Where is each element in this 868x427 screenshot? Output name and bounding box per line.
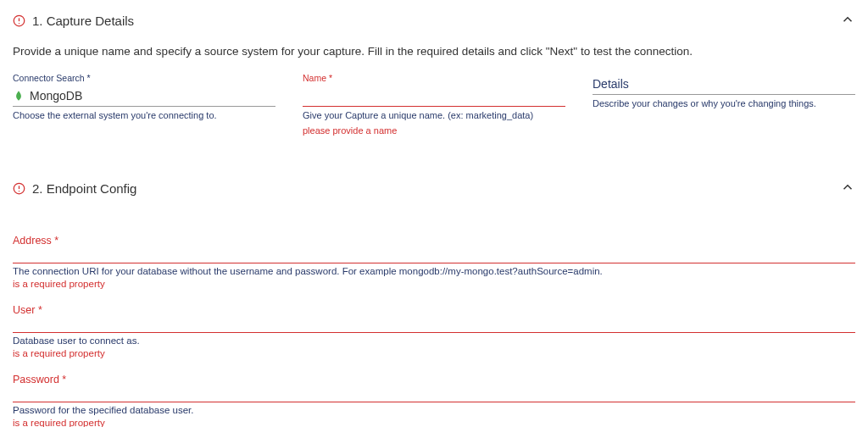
mongodb-icon	[13, 90, 25, 102]
address-helper: The connection URI for your database wit…	[13, 266, 855, 276]
user-error: is a required property	[13, 348, 855, 358]
address-label: Address	[13, 235, 855, 247]
user-label: User	[13, 304, 855, 316]
password-input[interactable]	[13, 384, 855, 402]
svg-point-2	[19, 23, 19, 24]
address-field: Address The connection URI for your data…	[13, 235, 855, 289]
name-text-input[interactable]	[303, 89, 565, 103]
connector-value: MongoDB	[30, 89, 275, 103]
password-text-input[interactable]	[13, 386, 855, 400]
password-error: is a required property	[13, 418, 855, 427]
name-input[interactable]	[303, 85, 565, 107]
password-field: Password Password for the specified data…	[13, 374, 855, 427]
details-input[interactable]: Details	[593, 73, 855, 95]
connector-helper: Choose the external system you're connec…	[13, 110, 275, 120]
user-field: User Database user to connect as. is a r…	[13, 304, 855, 358]
error-icon	[13, 14, 25, 27]
chevron-up-icon	[840, 180, 855, 197]
section-header-endpoint-config[interactable]: 2. Endpoint Config	[13, 168, 855, 209]
user-text-input[interactable]	[13, 317, 855, 330]
name-error: please provide a name	[303, 125, 565, 136]
address-error: is a required property	[13, 279, 855, 289]
details-helper: Describe your changes or why you're chan…	[593, 98, 855, 108]
password-helper: Password for the specified database user…	[13, 405, 855, 415]
error-icon	[13, 182, 25, 195]
section-header-capture-details[interactable]: 1. Capture Details	[13, 0, 855, 42]
section-title: 2. Endpoint Config	[32, 181, 840, 196]
connector-field: Connector Search MongoDB Choose the exte…	[13, 73, 275, 136]
section-title: 1. Capture Details	[32, 14, 840, 28]
address-input[interactable]	[13, 245, 855, 263]
user-helper: Database user to connect as.	[13, 336, 855, 346]
user-input[interactable]	[13, 314, 855, 333]
details-placeholder-text: Details	[593, 77, 629, 91]
connector-label: Connector Search	[13, 73, 275, 83]
address-text-input[interactable]	[13, 247, 855, 261]
name-field: Name Give your Capture a unique name. (e…	[303, 73, 565, 136]
details-field: Details Describe your changes or why you…	[593, 73, 855, 136]
password-label: Password	[13, 374, 855, 385]
section-description: Provide a unique name and specify a sour…	[13, 45, 855, 58]
chevron-up-icon	[840, 12, 855, 30]
name-label: Name	[303, 73, 565, 83]
svg-point-5	[19, 191, 19, 191]
name-helper: Give your Capture a unique name. (ex: ma…	[303, 110, 565, 120]
connector-search-input[interactable]: MongoDB	[13, 85, 275, 107]
